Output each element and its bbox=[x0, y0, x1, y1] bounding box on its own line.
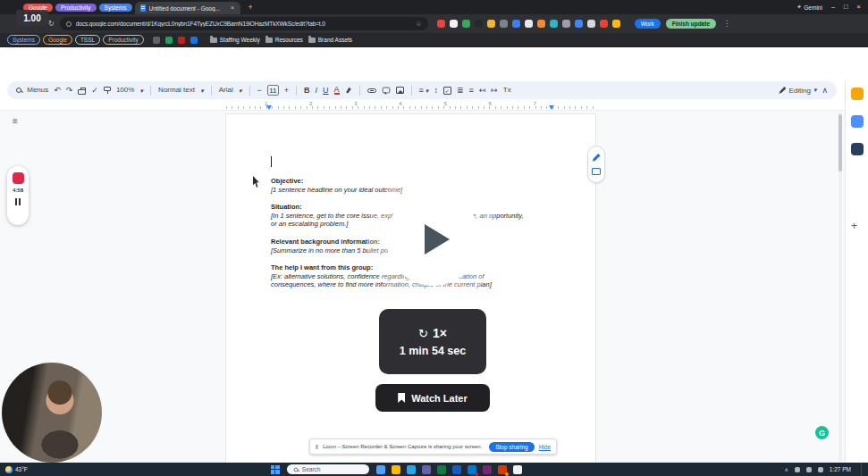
new-tab-button[interactable]: + bbox=[243, 3, 258, 12]
bookmark-chip[interactable]: Systems bbox=[7, 35, 40, 45]
extension-icon[interactable] bbox=[437, 20, 445, 28]
side-panel-add-icon[interactable]: + bbox=[851, 220, 857, 232]
tab-group-chip[interactable]: Productivity bbox=[55, 4, 97, 12]
watch-later-button[interactable]: Watch Later bbox=[375, 384, 490, 412]
redo-icon[interactable]: ↷ bbox=[66, 87, 73, 95]
tray-expand-icon[interactable]: ∧ bbox=[784, 466, 788, 472]
pause-recording-button[interactable] bbox=[15, 198, 21, 205]
bookmark-folder[interactable]: Brand Assets bbox=[308, 37, 352, 43]
taskbar-app-icon[interactable] bbox=[513, 465, 522, 474]
minimize-button[interactable]: – bbox=[831, 4, 835, 11]
stop-sharing-button[interactable]: Stop sharing bbox=[489, 442, 535, 452]
font-size-field[interactable]: 11 bbox=[267, 85, 279, 96]
left-indent-marker[interactable] bbox=[266, 105, 272, 110]
increase-font-size-button[interactable]: + bbox=[284, 87, 289, 95]
right-indent-marker[interactable] bbox=[549, 105, 554, 110]
zoom-select[interactable]: 100% ▾ bbox=[116, 87, 143, 94]
underline-button[interactable]: U bbox=[323, 87, 329, 95]
close-button[interactable]: × bbox=[857, 4, 861, 11]
bold-button[interactable]: B bbox=[304, 87, 310, 95]
section-body[interactable]: [Ex: alternative solutions, confidence r… bbox=[271, 272, 530, 289]
bookmark-chip[interactable]: TSSL bbox=[75, 35, 100, 45]
checklist-icon[interactable]: ✓ bbox=[443, 87, 451, 95]
insert-link-icon[interactable] bbox=[367, 88, 376, 93]
profile-chip[interactable]: Work bbox=[635, 19, 661, 29]
show-desktop-button[interactable] bbox=[861, 463, 863, 476]
numbered-list-icon[interactable]: ≡ bbox=[468, 87, 473, 95]
extension-icon[interactable] bbox=[600, 20, 608, 28]
line-spacing-icon[interactable]: ↕ bbox=[434, 87, 438, 95]
update-chip[interactable]: Finish update bbox=[666, 19, 716, 29]
bookmark-chip[interactable]: Google bbox=[43, 35, 72, 45]
clock[interactable]: 1:27 PM bbox=[830, 466, 851, 472]
decrease-indent-icon[interactable]: ↤ bbox=[479, 87, 486, 95]
spellcheck-icon[interactable]: ✓ bbox=[91, 87, 98, 95]
bookmark-favicon[interactable] bbox=[178, 37, 185, 44]
section-heading[interactable]: Objective: bbox=[271, 177, 530, 186]
webcam-bubble[interactable] bbox=[2, 363, 102, 463]
gemini-badge[interactable]: ✦ Gemini bbox=[796, 4, 822, 11]
align-button[interactable]: ≡▾ bbox=[419, 87, 429, 95]
taskbar-app-icon[interactable] bbox=[483, 465, 492, 474]
tab-close-icon[interactable]: × bbox=[231, 4, 235, 12]
bookmark-folder[interactable]: Staffing Weekly bbox=[210, 37, 260, 43]
weather-widget[interactable]: 43°F bbox=[5, 466, 28, 473]
bookmark-star-icon[interactable]: ☆ bbox=[416, 20, 422, 28]
extension-icon[interactable] bbox=[487, 20, 495, 28]
highlight-color-icon[interactable] bbox=[345, 87, 352, 94]
text-color-button[interactable]: A bbox=[334, 86, 340, 95]
playback-speed-control[interactable]: ↻ 1× bbox=[418, 326, 447, 340]
taskbar-app-icon[interactable] bbox=[422, 465, 431, 474]
taskbar-app-icon[interactable] bbox=[468, 465, 476, 474]
document-outline-icon[interactable]: ≡ bbox=[13, 116, 18, 126]
taskbar-app-icon[interactable] bbox=[392, 465, 400, 474]
taskbar-app-icon[interactable] bbox=[407, 465, 416, 474]
active-tab[interactable]: Untitled document - Goog... × bbox=[135, 2, 240, 14]
extension-icon[interactable] bbox=[587, 20, 595, 28]
site-info-icon[interactable] bbox=[66, 21, 72, 27]
side-panel-app-icon[interactable] bbox=[851, 115, 864, 128]
extension-icon[interactable] bbox=[500, 20, 508, 28]
document-scrollbar[interactable] bbox=[839, 113, 842, 461]
grammarly-icon[interactable]: G bbox=[815, 426, 829, 439]
volume-icon[interactable] bbox=[806, 467, 812, 472]
paint-format-icon[interactable] bbox=[104, 87, 111, 91]
suggest-edit-icon[interactable] bbox=[593, 154, 601, 162]
increase-indent-icon[interactable]: ↦ bbox=[491, 87, 498, 95]
bookmark-favicon[interactable] bbox=[190, 37, 198, 44]
bookmark-folder[interactable]: Resources bbox=[265, 37, 303, 43]
side-panel-app-icon[interactable] bbox=[851, 143, 864, 155]
bulleted-list-icon[interactable]: ≣ bbox=[457, 87, 464, 95]
editing-mode-select[interactable]: Editing ▾ bbox=[779, 87, 816, 95]
browser-menu-icon[interactable]: ⋮ bbox=[721, 20, 732, 28]
section-body[interactable]: [1 sentence headline on your ideal outco… bbox=[271, 186, 530, 195]
taskbar-app-icon[interactable] bbox=[376, 465, 385, 474]
extension-icon[interactable] bbox=[475, 20, 483, 28]
start-button[interactable] bbox=[271, 465, 280, 474]
extension-icon[interactable] bbox=[575, 20, 583, 28]
taskbar-app-icon[interactable] bbox=[437, 465, 446, 474]
address-bar[interactable]: docs.google.com/document/d/1KqyrcL0nybn1… bbox=[60, 17, 428, 30]
insert-image-shortcut-icon[interactable] bbox=[592, 168, 601, 175]
italic-button[interactable]: I bbox=[316, 87, 318, 95]
font-select[interactable]: Arial ▾ bbox=[219, 87, 242, 94]
ruler[interactable]: 1234567 bbox=[0, 100, 845, 111]
collapse-toolbar-icon[interactable]: ∧ bbox=[822, 87, 828, 95]
network-icon[interactable] bbox=[795, 467, 800, 472]
insert-image-icon[interactable] bbox=[396, 87, 404, 94]
add-comment-icon[interactable] bbox=[382, 88, 390, 94]
bookmark-favicon[interactable] bbox=[153, 37, 160, 44]
tab-group-chip[interactable]: Systems bbox=[99, 4, 132, 12]
taskbar-app-icon[interactable] bbox=[452, 465, 461, 474]
extension-icon[interactable] bbox=[562, 20, 570, 28]
taskbar-app-icon[interactable] bbox=[498, 465, 507, 474]
bookmark-chip[interactable]: Productivity bbox=[103, 35, 144, 45]
clear-formatting-icon[interactable]: Tx bbox=[503, 87, 511, 94]
battery-icon[interactable] bbox=[818, 467, 823, 472]
stop-recording-button[interactable] bbox=[13, 172, 24, 184]
scrollbar-thumb[interactable] bbox=[839, 114, 842, 171]
hide-share-bar-link[interactable]: Hide bbox=[539, 444, 551, 450]
undo-icon[interactable]: ↶ bbox=[54, 87, 61, 95]
side-panel-app-icon[interactable] bbox=[851, 88, 864, 100]
extension-icon[interactable] bbox=[450, 20, 458, 28]
